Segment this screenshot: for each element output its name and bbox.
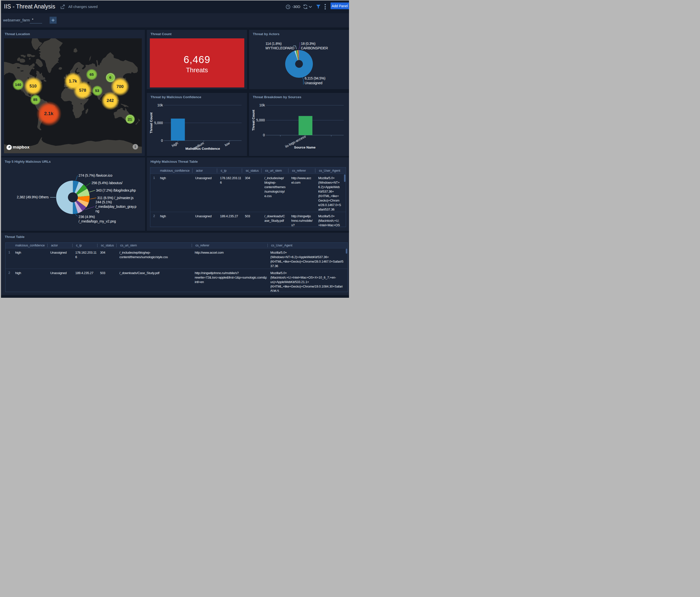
svg-text:/_media/play_button_gray.p: /_media/play_button_gray.p (96, 205, 136, 209)
svg-text:114 (1.8%): 114 (1.8%) (266, 42, 281, 46)
svg-text:5,000: 5,000 (154, 121, 163, 125)
svg-text:343 (7.2%) /blog/index.php: 343 (7.2%) /blog/index.php (96, 188, 136, 192)
svg-text:18 (0.3%): 18 (0.3%) (301, 42, 315, 46)
svg-text:MYTHICLEOPARD: MYTHICLEOPARD (266, 46, 294, 50)
svg-text:high: high (171, 141, 179, 148)
svg-text:256 (5.4%) /aboutus/: 256 (5.4%) /aboutus/ (92, 181, 122, 185)
svg-text:0: 0 (161, 138, 163, 142)
svg-text:CARBONSPIDER: CARBONSPIDER (301, 46, 328, 50)
svg-text:Threat Count: Threat Count (149, 112, 153, 133)
svg-text:311 (6.5%) /_js/master.js: 311 (6.5%) /_js/master.js (97, 196, 134, 200)
svg-text:244 (5.1%): 244 (5.1%) (96, 200, 112, 204)
svg-text:low: low (224, 141, 231, 147)
svg-text:/_media/logo_my_v2.png: /_media/logo_my_v2.png (78, 219, 116, 223)
svg-text:274 (5.7%) /favicon.ico: 274 (5.7%) /favicon.ico (78, 174, 112, 177)
svg-text:6,115 (94.5%): 6,115 (94.5%) (305, 76, 325, 80)
svg-text:ng: ng (96, 209, 99, 213)
svg-text:Unassigned: Unassigned (305, 81, 322, 85)
svg-text:Malicious Confidence: Malicious Confidence (185, 147, 220, 151)
svg-text:2,382 (49.9%) Others: 2,382 (49.9%) Others (17, 195, 49, 199)
svg-text:10k: 10k (157, 103, 163, 107)
svg-text:236 (4.9%): 236 (4.9%) (78, 215, 95, 219)
